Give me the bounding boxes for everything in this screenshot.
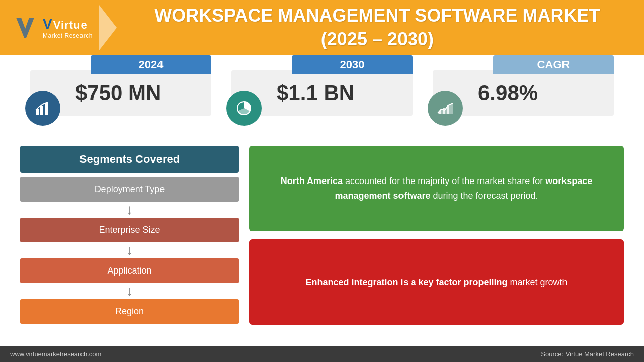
arrow-down-1: ↓ (20, 203, 239, 217)
info-boxes-column: North America accounted for the majority… (249, 146, 624, 325)
stat-card-2024: 2024 $750 MN (30, 70, 211, 116)
info-box-north-america: North America accounted for the majority… (249, 146, 624, 231)
arrow-down-3: ↓ (20, 284, 239, 298)
segment-item-application: Application (20, 258, 239, 283)
stat-year-2024: 2024 (91, 55, 211, 74)
stat-icon-cagr (428, 90, 463, 126)
pie-chart-icon (235, 99, 253, 117)
stat-icon-2024 (25, 90, 60, 126)
stat-year-2030: 2030 (292, 55, 413, 74)
segment-item-deployment: Deployment Type (20, 177, 239, 202)
stat-year-cagr: CAGR (493, 55, 614, 74)
info-box-integration: Enhanced integration is a key factor pro… (249, 239, 624, 325)
integration-text: Enhanced integration is a key factor pro… (305, 275, 567, 290)
svg-rect-7 (439, 111, 441, 114)
svg-rect-9 (447, 105, 449, 114)
arrow-down-2: ↓ (20, 243, 239, 257)
footer: www.virtuemarketresearch.com Source: Vir… (0, 346, 644, 362)
bar-chart-icon (34, 99, 52, 117)
header-title-line2: (2025 – 2030) (321, 29, 434, 49)
header-title: WORKSPACE MANAGEMENT SOFTWARE MARKET (20… (154, 4, 600, 51)
north-america-text: North America accounted for the majority… (264, 174, 609, 203)
footer-source: Source: Virtue Market Research (541, 350, 634, 358)
stat-card-2030: 2030 $1.1 BN (231, 70, 413, 116)
header: V Virtue Market Research WORKSPACE MANAG… (0, 0, 644, 55)
stats-row: 2024 $750 MN 2030 $1.1 BN CAG (0, 55, 644, 121)
stat-value-2024: $750 MN (75, 81, 161, 105)
header-title-line1: WORKSPACE MANAGEMENT SOFTWARE MARKET (154, 5, 600, 26)
stat-value-cagr: 6.98% (478, 81, 538, 105)
logo-text: V Virtue Market Research (43, 16, 93, 39)
segments-column: Segments Covered Deployment Type ↓ Enter… (20, 146, 239, 325)
segment-item-enterprise: Enterprise Size (20, 218, 239, 242)
stat-card-cagr: CAGR 6.98% (433, 70, 614, 116)
virtue-logo-icon (10, 13, 40, 43)
main-content: Segments Covered Deployment Type ↓ Enter… (0, 121, 644, 335)
footer-website: www.virtuemarketresearch.com (10, 350, 101, 358)
stat-icon-2030 (226, 90, 262, 126)
logo-area: V Virtue Market Research (10, 5, 121, 50)
stat-value-2030: $1.1 BN (277, 81, 354, 105)
svg-rect-3 (40, 106, 43, 115)
svg-rect-4 (45, 103, 48, 115)
chevron-divider (99, 5, 117, 50)
header-title-area: WORKSPACE MANAGEMENT SOFTWARE MARKET (20… (121, 4, 634, 51)
logo-subtitle: Market Research (43, 32, 93, 39)
segments-header: Segments Covered (20, 146, 239, 173)
logo-brand: Virtue (53, 19, 88, 32)
svg-rect-8 (443, 108, 445, 114)
segment-item-region: Region (20, 299, 239, 324)
area-chart-icon (436, 99, 454, 117)
